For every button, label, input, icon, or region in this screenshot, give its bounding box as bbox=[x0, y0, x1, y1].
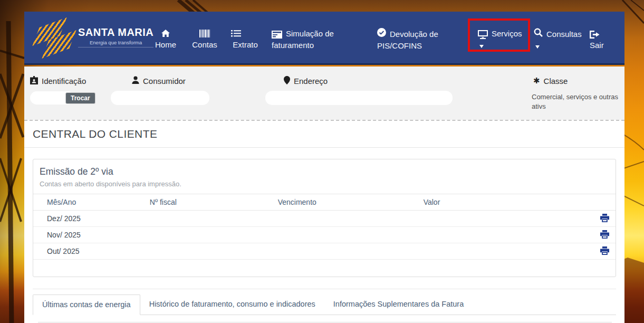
check-circle-icon bbox=[377, 28, 386, 40]
main-panel: CENTRAL DO CLIENTE Emissão de 2º via Con… bbox=[24, 120, 624, 323]
list-icon bbox=[230, 28, 261, 37]
user-icon bbox=[132, 76, 139, 86]
bill-icon bbox=[272, 28, 282, 40]
print-bill-button[interactable] bbox=[600, 230, 609, 239]
field-classe: ✱ Classe bbox=[533, 76, 568, 86]
tab-ultimas-contas[interactable]: Últimas contas de energia bbox=[33, 294, 140, 315]
chevron-down-icon bbox=[535, 45, 540, 51]
consumidor-value bbox=[111, 91, 209, 105]
home-icon bbox=[152, 28, 179, 37]
trocar-button[interactable]: Trocar bbox=[65, 92, 95, 104]
tab-bar: Últimas contas de energia Histórico de f… bbox=[33, 294, 616, 315]
search-icon bbox=[534, 28, 543, 40]
field-label: Endereço bbox=[294, 77, 328, 86]
col-mes-ano: Mês/Ano bbox=[33, 194, 150, 211]
nav-item-simulacao-faturamento[interactable]: Simulação de faturamento bbox=[272, 28, 334, 51]
santa-maria-logo-icon bbox=[33, 18, 75, 55]
nav-item-label-line1: Simulação de bbox=[286, 28, 334, 40]
nav-item-label-line2: PIS/COFINS bbox=[377, 40, 438, 52]
nav-item-sair[interactable]: Sair bbox=[590, 28, 604, 51]
field-label: Identificação bbox=[42, 77, 86, 86]
open-bills-table: Mês/Ano Nº fiscal Vencimento Valor Dez/ … bbox=[33, 194, 616, 260]
map-marker-icon bbox=[284, 76, 290, 86]
cell-mes-ano: Nov/ 2025 bbox=[33, 227, 150, 243]
field-consumidor: Consumidor bbox=[132, 76, 186, 86]
nav-item-label: Home bbox=[155, 40, 176, 49]
print-bill-button[interactable] bbox=[600, 246, 609, 255]
nav-item-consultas[interactable]: Consultas bbox=[534, 28, 582, 54]
nav-item-label: Sair bbox=[590, 40, 604, 51]
section-divider bbox=[33, 289, 616, 289]
cell-valor bbox=[424, 211, 581, 227]
table-row: Out/ 2025 bbox=[33, 243, 616, 260]
sign-out-icon bbox=[590, 28, 604, 40]
cell-valor bbox=[424, 243, 581, 260]
card-subtitle: Contas em aberto disponíveis para impres… bbox=[40, 180, 609, 188]
tab-panel-top-border bbox=[38, 322, 612, 322]
cell-mes-ano: Out/ 2025 bbox=[33, 243, 150, 260]
monitor-icon bbox=[478, 28, 488, 40]
nav-item-label: Consultas bbox=[546, 28, 582, 40]
table-header-row: Mês/Ano Nº fiscal Vencimento Valor bbox=[33, 194, 616, 211]
endereco-value bbox=[265, 91, 453, 105]
cell-n-fiscal bbox=[150, 243, 278, 260]
cell-vencimento bbox=[278, 211, 424, 227]
field-label: Consumidor bbox=[143, 77, 186, 86]
nav-item-label: Extrato bbox=[233, 40, 258, 49]
page: SANTA MARIA Energia que transforma Home … bbox=[0, 0, 644, 323]
field-label: Classe bbox=[544, 77, 568, 86]
col-vencimento: Vencimento bbox=[278, 194, 424, 211]
brand-tagline: Energia que transforma bbox=[78, 40, 153, 48]
col-n-fiscal: Nº fiscal bbox=[150, 194, 278, 211]
cell-n-fiscal bbox=[150, 211, 278, 227]
top-navbar: SANTA MARIA Energia que transforma Home … bbox=[24, 12, 624, 65]
nav-item-contas[interactable]: Contas bbox=[191, 28, 218, 49]
nav-item-label-line1: Devolução de bbox=[390, 28, 438, 40]
nav-item-label-line2: faturamento bbox=[272, 40, 334, 51]
nav-item-home[interactable]: Home bbox=[152, 28, 179, 49]
cell-n-fiscal bbox=[150, 227, 278, 243]
table-row: Nov/ 2025 bbox=[33, 227, 616, 243]
classe-value: Comercial, serviços e outras ativs bbox=[532, 92, 626, 111]
card-title: Emissão de 2º via bbox=[40, 166, 609, 177]
identification-bar: Identificação Trocar Consumidor Endereço bbox=[24, 66, 624, 120]
page-title: CENTRAL DO CLIENTE bbox=[24, 121, 624, 148]
cell-vencimento bbox=[278, 227, 424, 243]
chevron-down-icon bbox=[479, 45, 484, 50]
nav-item-label: Contas bbox=[192, 40, 217, 49]
nav-item-servicos[interactable]: Serviços bbox=[478, 28, 522, 53]
cell-vencimento bbox=[278, 243, 424, 260]
nav-item-label: Serviços bbox=[492, 28, 522, 40]
cell-valor bbox=[424, 227, 581, 243]
asterisk-icon: ✱ bbox=[533, 76, 540, 86]
second-copy-card: Emissão de 2º via Contas em aberto dispo… bbox=[33, 159, 616, 277]
print-bill-button[interactable] bbox=[600, 214, 609, 222]
brand-name: SANTA MARIA bbox=[78, 26, 153, 39]
nav-item-devolucao-pis-cofins[interactable]: Devolução de PIS/COFINS bbox=[377, 28, 438, 52]
col-valor: Valor bbox=[424, 194, 581, 211]
field-identificacao: Identificação bbox=[30, 76, 86, 86]
nav-item-extrato[interactable]: Extrato bbox=[230, 28, 261, 49]
cell-mes-ano: Dez/ 2025 bbox=[33, 211, 150, 227]
barcode-icon bbox=[191, 28, 218, 37]
tab-informacoes-suplementares[interactable]: Informações Suplementares da Fatura bbox=[324, 294, 473, 315]
tab-historico-faturamento[interactable]: Histórico de faturamento, consumo e indi… bbox=[140, 294, 324, 315]
table-row: Dez/ 2025 bbox=[33, 211, 616, 227]
id-badge-icon bbox=[30, 76, 38, 86]
brand-logo[interactable]: SANTA MARIA Energia que transforma bbox=[33, 18, 153, 55]
field-endereco: Endereço bbox=[284, 76, 328, 86]
